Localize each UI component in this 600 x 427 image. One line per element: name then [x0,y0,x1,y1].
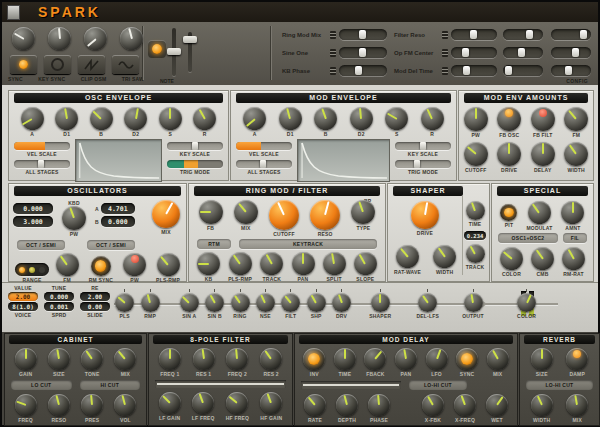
knob-cap[interactable] [561,201,584,224]
fb-osc-knob[interactable]: FB OSC [497,107,521,138]
knob-cap[interactable] [422,394,444,416]
x-fbk-knob[interactable]: X-FBK [422,394,444,423]
output-knob[interactable]: OUTPUT [462,289,484,319]
fm-knob[interactable]: FM [56,253,79,283]
hf-freq-knob[interactable]: HF FREQ [226,392,249,421]
tone-knob[interactable]: TONE [81,348,103,377]
time-knob[interactable]: TIME [466,201,485,227]
trig-mode-grip[interactable] [414,160,420,168]
knob-cap[interactable] [497,107,521,131]
res-1-knob[interactable]: RES 1 [193,348,215,377]
knob-cap[interactable] [395,348,417,370]
key-scale-grip[interactable] [420,142,426,150]
knob-cap[interactable] [192,392,214,414]
knob-cap[interactable] [464,142,488,166]
key-scale-bar[interactable] [167,142,223,150]
knob-cap[interactable] [411,201,439,229]
vel-scale-bar[interactable] [14,142,70,150]
knob-cap[interactable] [193,107,216,130]
r-knob[interactable]: R [421,107,444,137]
special-fil-bar[interactable]: FIL [563,233,587,243]
filt-knob[interactable]: FILT [281,289,300,319]
knob-cap[interactable] [281,293,300,312]
track-knob[interactable]: TRACK [466,244,485,270]
knob-cap[interactable] [180,293,199,312]
mod-slider-grip[interactable] [355,66,362,75]
tune-display-2[interactable]: 0.001 [44,302,74,311]
mix-knob[interactable]: MIX [152,200,180,235]
knob-cap[interactable] [193,348,215,370]
keytrack-bar[interactable]: KEYTRACK [239,239,377,249]
hf-gain-knob[interactable]: HF GAIN [260,392,282,421]
cutoff-knob[interactable]: CUTOFF [464,142,488,173]
re-display-1[interactable]: 2.00 [80,292,110,301]
tune-display-1[interactable]: 0.000 [44,292,74,301]
rm-rat-knob[interactable]: RM-RAT [562,247,585,277]
pls-knob[interactable]: PLS [115,289,134,319]
mod-slider[interactable] [339,65,387,76]
trig-mode-bar[interactable] [167,160,223,168]
knob-cap[interactable] [90,107,113,130]
lo-cut-bar[interactable]: LO CUT [11,380,72,390]
knob-cap[interactable] [55,107,78,130]
knob-cap[interactable] [351,200,375,224]
knob-cap[interactable] [226,348,248,370]
knob-cap[interactable] [418,293,437,312]
knob-cap[interactable] [364,348,386,370]
knob-cap[interactable] [517,293,536,312]
mix-knob[interactable]: MIX [114,348,136,377]
lf-freq-knob[interactable]: LF FREQ [192,392,215,421]
b-knob[interactable]: B [90,107,113,137]
s-knob[interactable]: S [385,107,408,137]
key-scale-grip[interactable] [192,142,198,150]
knob-cap[interactable] [433,245,456,268]
gain-knob[interactable]: GAIN [15,348,37,377]
fm-knob[interactable]: FM [564,107,588,138]
knob-cap[interactable] [323,252,346,275]
all-stages-grip[interactable] [260,160,266,168]
r-knob[interactable]: R [193,107,216,137]
hi-cut-bar[interactable]: HI CUT [80,380,141,390]
range-selector[interactable]: RANGE [15,263,49,283]
knob-cap[interactable] [81,348,103,370]
inv-knob[interactable]: INV [303,348,325,377]
knob-cap[interactable] [260,392,282,414]
type-knob[interactable]: TYPE [351,200,375,231]
all-stages-bar[interactable] [236,160,292,168]
aux-slider-grip[interactable] [580,30,587,39]
knob-cap[interactable] [91,256,111,276]
knob-cap[interactable] [466,244,485,263]
drive-knob[interactable]: DRIVE [497,142,521,173]
ring-knob[interactable]: RING [231,289,250,319]
mod-slider-grip[interactable] [359,30,366,39]
rat-wave-knob[interactable]: RAT-WAVE [394,245,421,275]
size-knob[interactable]: SIZE [48,348,70,377]
knob-cap[interactable] [84,27,107,50]
knob-cap[interactable] [307,293,326,312]
knob-cap[interactable] [500,204,517,221]
mod-slider[interactable] [339,29,387,40]
vol-knob[interactable]: VOL [114,394,136,423]
delay-knob[interactable]: DELAY [531,142,555,173]
knob-cap[interactable] [279,107,302,130]
rmp-knob[interactable]: RMP [141,289,160,319]
rtm-bar[interactable]: RTM [197,239,231,249]
d1-knob[interactable]: D1 [279,107,302,137]
pw-knob[interactable]: PW [123,253,146,283]
special-mode-bar[interactable]: OSC1+OSC2 [498,233,558,243]
drive-knob[interactable]: DRIVE [411,201,439,236]
nse-knob[interactable]: NSE [256,289,275,319]
pls-rmp-knob[interactable]: PLS-RMP [156,253,180,283]
osc-a-display-1[interactable]: 0.000 [13,203,53,214]
range-leds[interactable] [15,263,49,276]
width-knob[interactable]: WIDTH [531,394,553,423]
knob-cap[interactable] [310,200,340,230]
depth-knob[interactable]: DEPTH [336,394,358,423]
knob-cap[interactable] [531,247,554,270]
knob-cap[interactable] [123,253,146,276]
knob-knob[interactable] [84,27,107,50]
knob-cap[interactable] [566,348,588,370]
aux-slider[interactable] [551,29,591,40]
knob-cap[interactable] [120,27,143,50]
knob-cap[interactable] [124,107,147,130]
